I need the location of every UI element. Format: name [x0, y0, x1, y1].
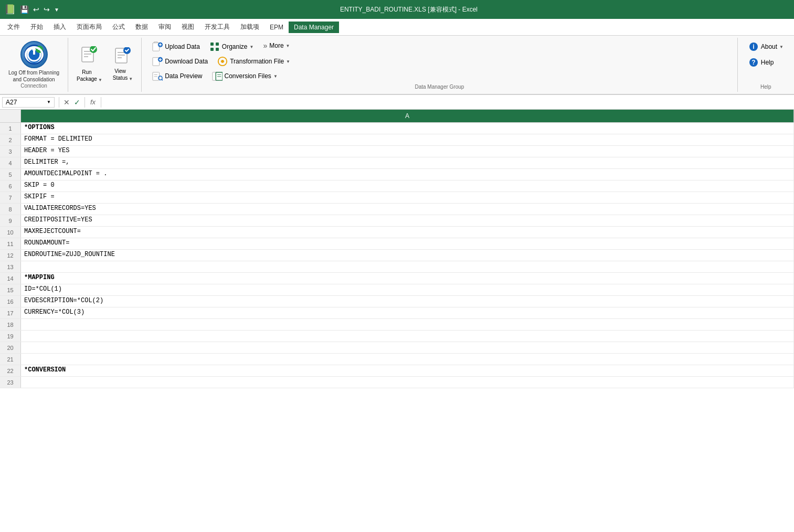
formula-input[interactable] — [103, 99, 794, 106]
menu-review[interactable]: 审阅 — [153, 20, 176, 34]
cell-a20[interactable] — [21, 342, 794, 353]
cell-a15[interactable]: ID=*COL(1) — [21, 284, 794, 295]
run-package-button[interactable]: Run Package ▼ — [72, 44, 107, 84]
formula-bar: A27 ▼ ✕ ✓ fx — [0, 95, 794, 110]
cell-a17[interactable]: CURRENCY=*COL(3) — [21, 307, 794, 318]
svg-rect-21 — [210, 48, 214, 51]
menu-developer[interactable]: 开发工具 — [199, 20, 235, 34]
quick-save-icon[interactable]: 💾 — [20, 5, 29, 14]
table-row[interactable]: 1*OPTIONS — [0, 123, 794, 134]
svg-rect-19 — [210, 42, 214, 46]
table-row[interactable]: 21 — [0, 354, 794, 365]
menu-addins[interactable]: 加载项 — [235, 20, 264, 34]
help-group-label: Help — [760, 84, 771, 90]
download-data-button[interactable]: Download Data — [148, 55, 212, 68]
about-button[interactable]: i About ▼ — [744, 40, 788, 54]
table-row[interactable]: 17CURRENCY=*COL(3) — [0, 307, 794, 319]
table-row[interactable]: 10MAXREJECTCOUNT= — [0, 227, 794, 238]
table-row[interactable]: 16EVDESCRIPTION=*COL(2) — [0, 296, 794, 307]
table-row[interactable]: 7SKIPIF = — [0, 192, 794, 204]
cell-a4[interactable]: DELIMITER =, — [21, 157, 794, 168]
confirm-formula-icon[interactable]: ✓ — [74, 98, 80, 107]
menu-view[interactable]: 视图 — [176, 20, 199, 34]
cell-a3[interactable]: HEADER = YES — [21, 146, 794, 157]
cell-a19[interactable] — [21, 331, 794, 342]
customize-icon[interactable]: ▼ — [54, 7, 59, 13]
formula-divider-1 — [59, 97, 59, 108]
menu-insert[interactable]: 插入 — [48, 20, 71, 34]
table-row[interactable]: 15ID=*COL(1) — [0, 284, 794, 296]
row-number: 15 — [0, 284, 21, 295]
view-status-label-container: View Status ▼ — [113, 68, 133, 81]
table-row[interactable]: 5AMOUNTDECIMALPOINT = . — [0, 169, 794, 180]
organize-button[interactable]: Organize ▼ — [205, 40, 258, 54]
cell-a7[interactable]: SKIPIF = — [21, 192, 794, 203]
cell-a23[interactable] — [21, 377, 794, 388]
cell-a22[interactable]: *CONVERSION — [21, 365, 794, 376]
cell-a1[interactable]: *OPTIONS — [21, 123, 794, 134]
cell-a16[interactable]: EVDESCRIPTION=*COL(2) — [21, 296, 794, 307]
table-row[interactable]: 19 — [0, 331, 794, 342]
table-row[interactable]: 13 — [0, 261, 794, 273]
redo-icon[interactable]: ↪ — [44, 5, 50, 14]
cell-a18[interactable] — [21, 319, 794, 330]
name-box[interactable]: A27 ▼ — [2, 97, 55, 108]
menu-page-layout[interactable]: 页面布局 — [71, 20, 107, 34]
view-status-button[interactable]: View Status ▼ — [109, 45, 137, 83]
cell-a13[interactable] — [21, 261, 794, 272]
menu-start[interactable]: 开始 — [25, 20, 48, 34]
menu-formula[interactable]: 公式 — [107, 20, 130, 34]
table-row[interactable]: 18 — [0, 319, 794, 331]
about-label: About — [761, 43, 777, 50]
menu-epm[interactable]: EPM — [264, 22, 289, 33]
data-manager-top-row: Upload Data Organize ▼ » More — [148, 40, 731, 54]
corner-cell — [0, 110, 21, 122]
table-row[interactable]: 23 — [0, 377, 794, 388]
cell-a10[interactable]: MAXREJECTCOUNT= — [21, 227, 794, 238]
table-row[interactable]: 12ENDROUTINE=ZUJD_ROUNTINE — [0, 250, 794, 261]
run-package-label-container: Run Package ▼ — [77, 69, 102, 82]
cell-a9[interactable]: CREDITPOSITIVE=YES — [21, 215, 794, 226]
row-number: 9 — [0, 215, 21, 226]
cell-a6[interactable]: SKIP = 0 — [21, 180, 794, 191]
cell-a2[interactable]: FORMAT = DELIMITED — [21, 134, 794, 145]
connection-group-label: Connection — [20, 83, 47, 89]
logoff-icon — [20, 41, 48, 68]
table-row[interactable]: 11ROUNDAMOUNT= — [0, 238, 794, 250]
table-row[interactable]: 22*CONVERSION — [0, 365, 794, 377]
download-data-label: Download Data — [165, 58, 208, 65]
menu-data[interactable]: 数据 — [130, 20, 153, 34]
cell-a12[interactable]: ENDROUTINE=ZUJD_ROUNTINE — [21, 250, 794, 261]
transformation-file-button[interactable]: Transformation File ▼ — [213, 55, 294, 68]
menu-bar: 文件 开始 插入 页面布局 公式 数据 审阅 视图 开发工具 加载项 EPM D… — [0, 19, 794, 36]
table-row[interactable]: 6SKIP = 0 — [0, 180, 794, 192]
menu-data-manager[interactable]: Data Manager — [289, 22, 339, 33]
connection-group: Log Off from Planning and Consolidation … — [0, 38, 68, 92]
cell-a8[interactable]: VALIDATERECORDS=YES — [21, 204, 794, 215]
undo-icon[interactable]: ↩ — [33, 5, 39, 14]
table-row[interactable]: 3HEADER = YES — [0, 146, 794, 157]
table-row[interactable]: 4DELIMITER =, — [0, 157, 794, 169]
transformation-file-label: Transformation File — [230, 58, 284, 65]
table-row[interactable]: 20 — [0, 342, 794, 354]
table-row[interactable]: 14*MAPPING — [0, 273, 794, 284]
cell-a14[interactable]: *MAPPING — [21, 273, 794, 284]
logoff-button[interactable]: Log Off from Planning and Consolidation — [5, 41, 62, 83]
col-header-a[interactable]: A — [21, 110, 794, 122]
logoff-svg — [24, 44, 45, 65]
svg-line-30 — [162, 79, 163, 80]
run-package-label: Run Package — [77, 69, 97, 82]
more-button[interactable]: » More ▼ — [259, 40, 294, 51]
help-button[interactable]: ? Help — [744, 56, 788, 69]
cell-a21[interactable] — [21, 354, 794, 365]
data-preview-button[interactable]: Data Preview — [148, 69, 206, 83]
menu-file[interactable]: 文件 — [2, 20, 25, 34]
cell-a11[interactable]: ROUNDAMOUNT= — [21, 238, 794, 249]
upload-data-button[interactable]: Upload Data — [148, 40, 204, 54]
cancel-formula-icon[interactable]: ✕ — [63, 98, 70, 107]
conversion-files-button[interactable]: Conversion Files ▼ — [208, 69, 282, 83]
cell-a5[interactable]: AMOUNTDECIMALPOINT = . — [21, 169, 794, 180]
table-row[interactable]: 2FORMAT = DELIMITED — [0, 134, 794, 146]
table-row[interactable]: 8VALIDATERECORDS=YES — [0, 204, 794, 215]
table-row[interactable]: 9CREDITPOSITIVE=YES — [0, 215, 794, 227]
